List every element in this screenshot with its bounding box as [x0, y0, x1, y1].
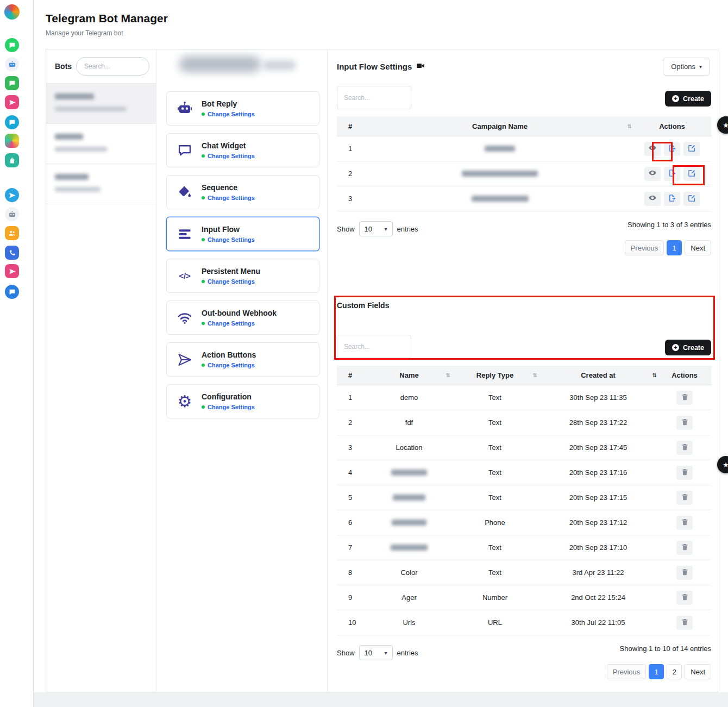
blurred-field-name [391, 545, 428, 550]
delete-button[interactable] [676, 491, 693, 505]
created-at: 20th Sep 23 17:15 [538, 493, 658, 502]
export-button[interactable] [664, 167, 680, 181]
telegram-pink-2-icon[interactable] [5, 264, 19, 278]
next-page-button[interactable]: Next [685, 240, 711, 255]
reply-type: Phone [451, 518, 538, 527]
export-button[interactable] [664, 192, 680, 206]
col-header-campaign-name[interactable]: Campaign Name ⇅ [367, 122, 633, 130]
view-button[interactable] [644, 142, 661, 156]
delete-button[interactable] [676, 616, 693, 630]
campaign-row: 1 [337, 136, 711, 161]
page-number-button[interactable]: 1 [649, 664, 664, 679]
delete-button[interactable] [676, 441, 693, 455]
delete-button[interactable] [676, 566, 693, 580]
sparkle-icon: ★ [723, 121, 728, 129]
wifi-icon [174, 310, 195, 326]
options-button[interactable]: Options ▾ [663, 58, 710, 76]
delete-button[interactable] [676, 541, 693, 555]
col-header-number[interactable]: # [337, 122, 367, 130]
browser-logo-icon[interactable] [4, 4, 20, 20]
settings-card-bot-reply[interactable]: Bot Reply Change Settings [166, 91, 319, 126]
previous-page-button[interactable]: Previous [607, 664, 647, 679]
sort-icon[interactable]: ⇅ [652, 372, 657, 378]
campaign-search-input[interactable] [337, 86, 411, 109]
blurred-field-name [391, 470, 427, 475]
bot-list-item[interactable] [46, 84, 156, 124]
row-number: 1 [337, 393, 367, 402]
delete-button[interactable] [676, 466, 693, 480]
settings-card-chat-widget[interactable]: Chat Widget Change Settings [166, 133, 319, 167]
delete-button[interactable] [676, 591, 693, 605]
settings-card-title: Action Buttons [202, 351, 256, 359]
change-settings-link[interactable]: Change Settings [208, 153, 255, 159]
col-header-created-at[interactable]: Created at⇅ [538, 371, 658, 379]
settings-card-configuration[interactable]: ⚙ Configuration Change Settings [166, 384, 319, 418]
blurred-field-name [393, 495, 425, 500]
apps-color-icon[interactable] [5, 134, 19, 148]
view-button[interactable] [644, 167, 661, 181]
export-button[interactable] [664, 142, 680, 156]
row-number: 10 [337, 618, 367, 627]
created-at: 3rd Apr 23 11:22 [538, 568, 658, 577]
whatsapp-icon[interactable] [5, 38, 19, 52]
custom-fields-search-input[interactable] [337, 335, 411, 358]
edit-button[interactable] [683, 192, 700, 206]
page-size-select[interactable]: 10 ▾ [359, 645, 393, 660]
settings-card-title: Sequence [202, 183, 255, 192]
sort-icon[interactable]: ⇅ [627, 123, 632, 129]
delete-button[interactable] [676, 516, 693, 530]
shop-bag-icon[interactable] [5, 153, 19, 167]
settings-card-sequence[interactable]: Sequence Change Settings [166, 175, 319, 209]
create-campaign-button[interactable]: + Create [665, 91, 711, 107]
telegram-icon[interactable] [5, 188, 19, 202]
settings-card-persistent-menu[interactable]: </> Persistent Menu Change Settings [166, 259, 319, 293]
change-settings-link[interactable]: Change Settings [208, 320, 255, 327]
entries-label: entries [397, 225, 418, 233]
create-custom-field-button[interactable]: + Create [665, 340, 711, 355]
assistant-fab[interactable]: ★ [717, 116, 728, 134]
settings-card-input-flow[interactable]: Input Flow Change Settings [166, 217, 319, 251]
bot-icon[interactable] [5, 57, 19, 71]
telegram-pink-icon[interactable] [5, 95, 19, 109]
settings-card-action-buttons[interactable]: Action Buttons Change Settings [166, 342, 319, 377]
change-settings-link[interactable]: Change Settings [208, 195, 255, 201]
custom-field-row: 6 Phone 20th Sep 23 17:12 [337, 510, 711, 535]
blurred-campaign-name [472, 196, 529, 202]
change-settings-link[interactable]: Change Settings [208, 111, 255, 117]
chevron-down-icon: ▾ [385, 650, 387, 656]
page-size-select[interactable]: 10 ▾ [359, 221, 393, 236]
gray-bot-icon[interactable] [5, 207, 19, 221]
bots-search-input[interactable] [76, 57, 149, 76]
bot-list-item[interactable] [46, 124, 156, 164]
edit-button[interactable] [683, 142, 700, 156]
change-settings-link[interactable]: Change Settings [208, 236, 255, 243]
edit-button[interactable] [683, 167, 700, 181]
col-header-name[interactable]: Name⇅ [367, 371, 451, 379]
change-settings-link[interactable]: Change Settings [208, 362, 255, 368]
eye-icon [648, 143, 657, 154]
chat-bot-blue-icon[interactable] [5, 285, 19, 299]
sort-icon[interactable]: ⇅ [446, 372, 450, 378]
bot-list-item[interactable] [46, 164, 156, 204]
col-header-number[interactable]: # [337, 371, 367, 379]
created-at: 20th Sep 23 17:10 [538, 543, 658, 552]
assistant-fab[interactable]: ★ [717, 456, 728, 473]
whatsapp-business-icon[interactable] [5, 76, 19, 90]
page-number-button[interactable]: 2 [667, 664, 682, 679]
view-button[interactable] [644, 192, 661, 206]
change-settings-link[interactable]: Change Settings [208, 278, 255, 285]
page-number-button[interactable]: 1 [667, 240, 682, 255]
users-group-icon[interactable] [5, 226, 19, 240]
settings-card-outbound-webhook[interactable]: Out-bound Webhook Change Settings [166, 301, 319, 335]
campaigns-table: # Campaign Name ⇅ Actions 1 [337, 116, 711, 211]
sort-icon[interactable]: ⇅ [533, 372, 537, 378]
call-icon[interactable] [5, 246, 19, 260]
created-at: 30th Sep 23 11:35 [538, 393, 658, 402]
messenger-teal-icon[interactable] [5, 115, 19, 129]
delete-button[interactable] [676, 391, 693, 405]
next-page-button[interactable]: Next [685, 664, 711, 679]
delete-button[interactable] [676, 416, 693, 430]
previous-page-button[interactable]: Previous [625, 240, 664, 255]
col-header-reply-type[interactable]: Reply Type⇅ [451, 371, 538, 379]
change-settings-link[interactable]: Change Settings [208, 404, 255, 410]
